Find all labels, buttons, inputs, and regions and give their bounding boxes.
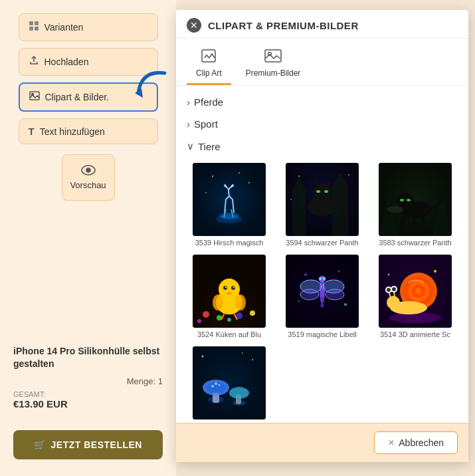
thumb-panther1[interactable]: [286, 163, 359, 236]
varianten-icon: [29, 21, 39, 34]
svg-rect-12: [193, 163, 266, 236]
close-icon: ✕: [190, 20, 198, 31]
image-label-panther2: 3583 schwarzer Panth: [379, 239, 451, 247]
clipart-icon: [29, 90, 40, 104]
category-pferde[interactable]: › Pferde: [176, 91, 468, 113]
varianten-label: Varianten: [45, 22, 84, 33]
svg-point-65: [319, 277, 322, 280]
svg-point-50: [231, 286, 235, 290]
premium-tab-icon: [264, 49, 282, 66]
svg-point-99: [219, 384, 221, 386]
svg-point-81: [387, 296, 400, 309]
svg-point-88: [434, 270, 436, 273]
svg-line-37: [413, 216, 415, 227]
modal-content: › Pferde › Sport ∨ Tiere: [176, 86, 468, 423]
order-button[interactable]: 🛒 JETZT BESTELLEN: [13, 430, 163, 459]
thumb-snail[interactable]: [379, 255, 452, 328]
tab-clipart[interactable]: Clip Art: [187, 45, 231, 85]
image-label-chick: 3524 Küken auf Blu: [197, 330, 261, 338]
image-item-mushroom[interactable]: [187, 346, 272, 422]
svg-point-59: [304, 273, 307, 276]
modal-tabs: Clip Art Premium-Bilder: [176, 39, 468, 86]
svg-point-7: [86, 168, 90, 172]
image-item-dragonfly[interactable]: 3519 magische Libell: [280, 255, 365, 338]
svg-point-103: [242, 352, 243, 354]
svg-point-39: [387, 206, 403, 213]
category-tiere[interactable]: ∨ Tiere: [176, 135, 468, 158]
image-label-snail: 3514 3D animierte Sc: [380, 330, 450, 338]
image-item-panther1[interactable]: 3594 schwarzer Panth: [280, 163, 365, 247]
product-name: iPhone 14 Pro Silikonhülle selbst gestal…: [13, 345, 163, 371]
svg-rect-0: [29, 21, 33, 25]
svg-point-17: [212, 176, 213, 177]
svg-point-46: [227, 318, 231, 322]
image-item-chick[interactable]: 3524 Küken auf Blu: [187, 255, 272, 338]
svg-point-49: [223, 286, 227, 290]
modal-close-button[interactable]: ✕: [187, 18, 201, 33]
modal-title: CLIPART & PREMIUM-BILDER: [208, 20, 359, 31]
image-label-deer: 3539 Hirsch magisch: [195, 239, 264, 247]
tab-premium[interactable]: Premium-Bilder: [237, 45, 310, 85]
svg-point-100: [215, 382, 217, 385]
cart-icon: 🛒: [34, 439, 46, 450]
svg-point-101: [202, 356, 204, 358]
svg-point-41: [203, 311, 209, 318]
thumb-deer[interactable]: [193, 163, 266, 236]
thumb-panther2[interactable]: [379, 163, 452, 236]
hochladen-icon: [29, 55, 39, 68]
premium-tab-label: Premium-Bilder: [246, 68, 301, 78]
svg-point-66: [323, 277, 326, 280]
clipart-tab-label: Clip Art: [196, 68, 222, 78]
svg-point-45: [197, 319, 201, 323]
thumb-mushroom[interactable]: [193, 346, 266, 419]
arrow-indicator: [128, 63, 171, 109]
svg-point-19: [248, 182, 250, 183]
pferde-arrow-icon: ›: [187, 96, 190, 108]
svg-point-98: [211, 385, 214, 388]
sidebar-btn-text[interactable]: T Text hinzufügen: [19, 118, 158, 144]
sidebar-btn-varianten[interactable]: Varianten: [19, 13, 158, 41]
svg-point-24: [316, 190, 320, 193]
svg-point-79: [415, 288, 422, 295]
product-price: €13.90 EUR: [13, 398, 163, 410]
svg-point-70: [326, 289, 344, 300]
svg-point-48: [219, 279, 240, 300]
svg-point-87: [392, 287, 396, 291]
svg-point-28: [298, 176, 300, 177]
svg-point-20: [205, 192, 207, 193]
modal-header: ✕ CLIPART & PREMIUM-BILDER: [176, 10, 468, 39]
svg-point-35: [407, 199, 411, 201]
svg-point-102: [252, 359, 253, 360]
svg-point-60: [338, 271, 340, 273]
cancel-icon: ✕: [388, 438, 395, 447]
cancel-label: Abbrechen: [399, 437, 444, 448]
svg-point-55: [235, 295, 246, 310]
category-sport[interactable]: › Sport: [176, 113, 468, 135]
svg-point-18: [238, 172, 240, 174]
clipart-modal: ✕ CLIPART & PREMIUM-BILDER Clip Art: [176, 10, 468, 462]
product-info: iPhone 14 Pro Silikonhülle selbst gestal…: [13, 345, 163, 410]
modal-footer: ✕ Abbrechen: [176, 423, 468, 462]
image-item-snail[interactable]: 3514 3D animierte Sc: [373, 255, 458, 338]
svg-point-25: [324, 190, 328, 193]
svg-point-71: [320, 297, 324, 302]
sport-arrow-icon: ›: [187, 118, 190, 130]
svg-point-44: [250, 310, 255, 316]
svg-point-97: [229, 387, 249, 399]
svg-point-69: [300, 289, 319, 300]
preview-icon: [81, 165, 96, 178]
svg-line-38: [422, 215, 424, 226]
svg-point-54: [213, 295, 223, 310]
thumb-dragonfly[interactable]: [286, 255, 359, 328]
hochladen-label: Hochladen: [45, 57, 89, 67]
svg-rect-3: [35, 27, 39, 31]
image-item-panther2[interactable]: 3583 schwarzer Panth: [373, 163, 458, 247]
image-item-deer[interactable]: 3539 Hirsch magisch: [187, 163, 272, 247]
svg-point-30: [290, 199, 292, 200]
thumb-chick[interactable]: [193, 255, 266, 328]
svg-point-34: [400, 199, 404, 201]
preview-button[interactable]: Vorschau: [62, 154, 115, 201]
clipart-label: Clipart & Bilder.: [45, 92, 109, 102]
cancel-button[interactable]: ✕ Abbrechen: [374, 431, 458, 454]
svg-point-89: [388, 274, 390, 276]
